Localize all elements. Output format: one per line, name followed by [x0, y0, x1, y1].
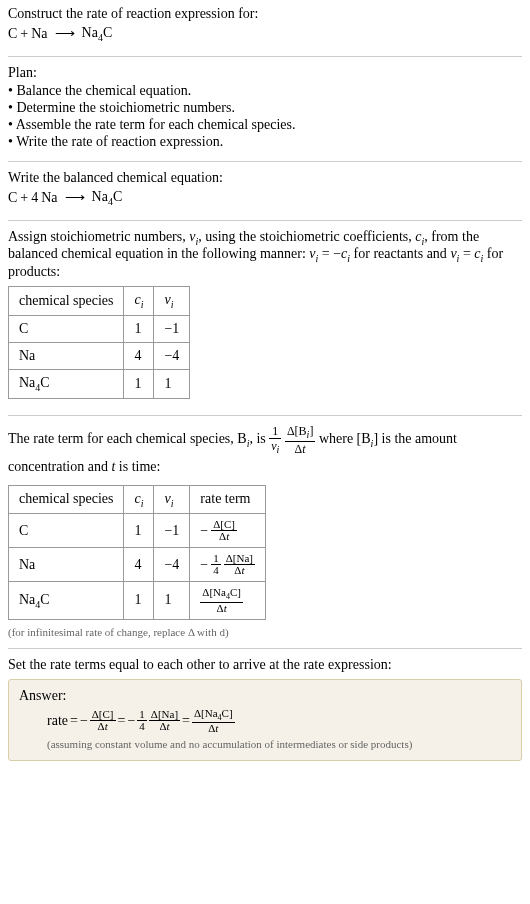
- coefficient: 4: [31, 190, 38, 206]
- answer-box: Answer: rate = − Δ[C] Δt = − 1 4 Δ[Na] Δ…: [8, 679, 522, 761]
- cell-nu: 1: [154, 582, 190, 619]
- cell-species: Na: [9, 548, 124, 582]
- plus-sign: +: [20, 190, 28, 206]
- stoich-table: chemical species ci νi C 1 −1 Na 4 −4 Na…: [8, 286, 190, 399]
- plan-item: • Assemble the rate term for each chemic…: [8, 117, 522, 133]
- table-header-row: chemical species ci νi rate term: [9, 485, 266, 514]
- cell-nu: −1: [154, 514, 190, 548]
- plan-section: Plan: • Balance the chemical equation. •…: [8, 65, 522, 162]
- fraction: Δ[C] Δt: [90, 709, 116, 732]
- table-row: C 1 −1 − Δ[C] Δt: [9, 514, 266, 548]
- col-ci: ci: [124, 287, 154, 316]
- fraction: Δ[Na4C] Δt: [200, 587, 243, 613]
- rate-expression: rate = − Δ[C] Δt = − 1 4 Δ[Na] Δt = Δ[Na…: [47, 708, 511, 734]
- cell-rate: − Δ[C] Δt: [190, 514, 266, 548]
- col-nui: νi: [154, 287, 190, 316]
- fraction: Δ[Na] Δt: [149, 709, 180, 732]
- product-1: Na4C: [92, 189, 123, 207]
- col-species: chemical species: [9, 485, 124, 514]
- stoich-section: Assign stoichiometric numbers, νi, using…: [8, 229, 522, 416]
- cell-nu: 1: [154, 369, 190, 398]
- stoich-intro: Assign stoichiometric numbers, νi, using…: [8, 229, 522, 281]
- fraction: Δ[C] Δt: [211, 519, 237, 542]
- cell-species: Na4C: [9, 369, 124, 398]
- balanced-equation: C + 4 Na ⟶ Na4C: [8, 189, 522, 207]
- balanced-section: Write the balanced chemical equation: C …: [8, 170, 522, 221]
- balanced-intro: Write the balanced chemical equation:: [8, 170, 522, 186]
- col-rate: rate term: [190, 485, 266, 514]
- table-row: C 1 −1: [9, 315, 190, 342]
- fraction: Δ[Na4C] Δt: [192, 708, 235, 734]
- col-nui: νi: [154, 485, 190, 514]
- table-row: Na4C 1 1 Δ[Na4C] Δt: [9, 582, 266, 619]
- reactant-1: C: [8, 190, 17, 206]
- fraction: 1 νi: [269, 424, 281, 456]
- cell-c: 1: [124, 369, 154, 398]
- rate-word: rate: [47, 713, 68, 729]
- fraction: 1 4: [211, 553, 221, 576]
- cell-rate: Δ[Na4C] Δt: [190, 582, 266, 619]
- plan-item: • Determine the stoichiometric numbers.: [8, 100, 522, 116]
- unbalanced-equation: C + Na ⟶ Na4C: [8, 25, 522, 43]
- plan-item: • Balance the chemical equation.: [8, 83, 522, 99]
- reactant-1: C: [8, 26, 17, 42]
- reaction-arrow-icon: ⟶: [51, 25, 79, 42]
- rateterm-section: The rate term for each chemical species,…: [8, 424, 522, 649]
- cell-species: Na: [9, 342, 124, 369]
- table-header-row: chemical species ci νi: [9, 287, 190, 316]
- final-section: Set the rate terms equal to each other t…: [8, 657, 522, 771]
- table-row: Na4C 1 1: [9, 369, 190, 398]
- plan-list: • Balance the chemical equation. • Deter…: [8, 83, 522, 150]
- answer-label: Answer:: [19, 688, 511, 704]
- cell-c: 1: [124, 514, 154, 548]
- cell-nu: −1: [154, 315, 190, 342]
- infinitesimal-note: (for infinitesimal rate of change, repla…: [8, 626, 522, 638]
- cell-species: C: [9, 315, 124, 342]
- cell-c: 4: [124, 548, 154, 582]
- col-species: chemical species: [9, 287, 124, 316]
- fraction: Δ[Bi] Δt: [285, 424, 316, 456]
- cell-nu: −4: [154, 342, 190, 369]
- reactant-2: Na: [31, 26, 47, 42]
- cell-c: 4: [124, 342, 154, 369]
- prompt-text: Construct the rate of reaction expressio…: [8, 6, 522, 22]
- fraction: 1 4: [137, 709, 147, 732]
- final-intro: Set the rate terms equal to each other t…: [8, 657, 522, 673]
- cell-nu: −4: [154, 548, 190, 582]
- reaction-arrow-icon: ⟶: [61, 189, 89, 206]
- table-row: Na 4 −4 − 1 4 Δ[Na] Δt: [9, 548, 266, 582]
- plan-title: Plan:: [8, 65, 522, 81]
- cell-species: Na4C: [9, 582, 124, 619]
- cell-c: 1: [124, 315, 154, 342]
- cell-c: 1: [124, 582, 154, 619]
- assumption-note: (assuming constant volume and no accumul…: [47, 738, 511, 750]
- product-1: Na4C: [82, 25, 113, 43]
- rateterm-table: chemical species ci νi rate term C 1 −1 …: [8, 485, 266, 620]
- plus-sign: +: [20, 26, 28, 42]
- fraction: Δ[Na] Δt: [224, 553, 255, 576]
- rateterm-intro: The rate term for each chemical species,…: [8, 424, 522, 479]
- prompt-section: Construct the rate of reaction expressio…: [8, 6, 522, 57]
- col-ci: ci: [124, 485, 154, 514]
- cell-rate: − 1 4 Δ[Na] Δt: [190, 548, 266, 582]
- cell-species: C: [9, 514, 124, 548]
- reactant-2: Na: [41, 190, 57, 206]
- plan-item: • Write the rate of reaction expression.: [8, 134, 522, 150]
- table-row: Na 4 −4: [9, 342, 190, 369]
